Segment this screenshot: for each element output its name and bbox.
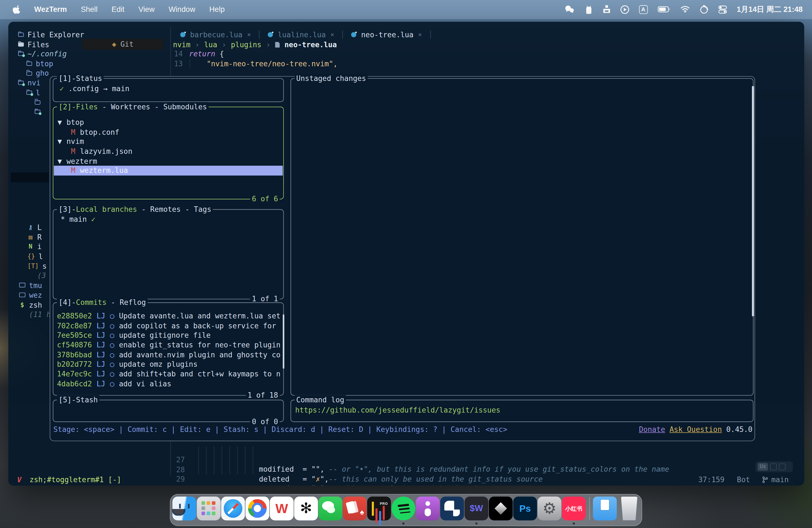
command-log-url[interactable]: https://github.com/jesseduffield/lazygit… <box>295 406 501 415</box>
branch-row[interactable]: * main ✓ <box>60 214 96 224</box>
dock-app-icon[interactable] <box>392 497 416 520</box>
tree-item[interactable]: btop <box>18 59 163 69</box>
tree-item[interactable]: ~/.config <box>18 49 163 59</box>
dock-app-icon[interactable]: PRO <box>367 497 391 520</box>
commit-row[interactable]: 4dab6cd2 LJ ○ add vi alias <box>57 379 282 388</box>
dock-app-icon[interactable]: Ps <box>513 497 537 520</box>
dock-app-icon[interactable] <box>593 497 617 520</box>
time-machine-icon[interactable] <box>699 5 708 14</box>
dock-app-icon[interactable] <box>489 497 512 520</box>
buffer-tab[interactable]: lualine.lua × <box>261 30 342 40</box>
eject-box-icon[interactable] <box>603 5 610 14</box>
dock-app-icon[interactable] <box>221 497 245 520</box>
commits-list: e28850e2 LJ ○ Update avante.lua and wezt… <box>57 311 282 388</box>
file-row[interactable]: ▼ nvim <box>54 137 283 147</box>
commit-node-icon: ○ <box>110 369 114 379</box>
commit-hash: 7ee505ce <box>57 331 92 340</box>
lazygit-status-panel[interactable]: [1]-Status ✓ .config → main <box>53 78 284 102</box>
apple-logo-icon[interactable] <box>12 5 20 14</box>
commit-row[interactable]: 7ee505ce LJ ○ update gitignore file <box>57 331 282 340</box>
lazygit-unstaged-panel[interactable]: Unstaged changes diff --git a/wezterm/we… <box>291 78 753 395</box>
dock-app-icon[interactable] <box>246 497 269 520</box>
folder-icon <box>18 33 24 37</box>
git-branch-icon <box>763 476 768 483</box>
dock-app-icon[interactable]: W <box>270 497 294 520</box>
folder-icon <box>35 110 41 114</box>
commit-author: LJ <box>97 321 105 331</box>
neotree-tab-git[interactable]: ◈ Git <box>82 39 163 50</box>
menu-app-name[interactable]: WezTerm <box>34 5 67 14</box>
diff-scrollbar[interactable] <box>752 86 754 316</box>
dock-app-icon[interactable] <box>416 497 440 520</box>
dock-app-icon[interactable] <box>197 497 221 520</box>
commit-row[interactable]: 702c8e87 LJ ○ add copilot as a back-up s… <box>57 321 282 331</box>
dock-app-icon[interactable]: ⚙ <box>537 497 561 520</box>
close-icon[interactable]: × <box>247 30 251 40</box>
control-center-icon[interactable] <box>718 5 727 14</box>
files-icon <box>18 43 24 47</box>
file-row[interactable]: ▼ wezterm <box>54 156 283 166</box>
buffer-tab[interactable]: neo-tree.lua × <box>344 30 429 40</box>
commit-author: LJ <box>97 369 105 379</box>
commit-message: add vi alias <box>119 379 172 388</box>
commits-scrollbar[interactable] <box>283 314 285 369</box>
menu-item-edit[interactable]: Edit <box>112 5 125 14</box>
file-row[interactable]: M btop.conf <box>54 127 283 137</box>
wechat-icon[interactable] <box>564 5 575 14</box>
files-list: ▼ btop M btop.conf ▼ nvim <box>54 118 283 176</box>
neotree-tab-files[interactable]: Files <box>18 40 49 49</box>
dock-app-icon[interactable]: 小红书 <box>562 497 585 520</box>
indent-guide <box>198 446 199 474</box>
commit-hash: 702c8e87 <box>57 321 92 331</box>
donate-link[interactable]: Donate <box>639 425 665 434</box>
file-row[interactable]: ▼ btop <box>54 118 283 127</box>
commit-row[interactable]: 14e7ec9c LJ ○ add shift+tab and ctrl+w k… <box>57 369 282 379</box>
commit-row[interactable]: cf540876 LJ ○ enable git_status for neo-… <box>57 340 282 350</box>
menu-clock[interactable]: 1月14日 周二 21:48 <box>737 5 802 14</box>
dock-app-icon[interactable]: ♠ <box>343 497 366 520</box>
dock-app-icon[interactable]: $W <box>465 497 488 520</box>
commit-message: update gitignore file <box>119 331 211 340</box>
dock-app-icon[interactable] <box>586 497 593 520</box>
panel-title: [5]-Stash <box>57 395 99 405</box>
input-source-icon[interactable]: A <box>639 5 648 14</box>
play-icon[interactable] <box>620 5 629 14</box>
panel-title: Command log <box>295 395 346 405</box>
wifi-icon[interactable] <box>680 5 690 14</box>
commit-row[interactable]: 378b6bad LJ ○ add avante.nvim plugin and… <box>57 350 282 360</box>
lazygit-files-panel[interactable]: [2]-Files - Worktrees - Submodules ▼ bto… <box>53 107 284 200</box>
neotree-cursorline <box>11 172 48 182</box>
menu-item-shell[interactable]: Shell <box>81 5 98 14</box>
lazygit-branches-panel[interactable]: [3]-Local branches - Remotes - Tags * ma… <box>53 209 284 299</box>
lazygit-commits-panel[interactable]: [4]-Commits - Reflog e28850e2 LJ ○ Updat… <box>53 303 284 396</box>
dock-app-icon[interactable] <box>318 497 342 520</box>
dock-app-icon[interactable] <box>172 497 196 520</box>
file-row[interactable]: M lazyvim.json <box>54 147 283 156</box>
breadcrumb-dir[interactable]: lua <box>204 40 217 50</box>
nvim-statusline: V zsh;#toggleterm#1 [-] 37:159 Bot main <box>8 475 804 485</box>
dock-app-icon[interactable] <box>440 497 464 520</box>
menu-item-view[interactable]: View <box>139 5 155 14</box>
breadcrumb-dir[interactable]: plugins <box>231 40 262 50</box>
commit-author: LJ <box>97 360 105 369</box>
close-icon[interactable]: × <box>330 30 334 40</box>
dock-app-icon[interactable] <box>620 497 639 520</box>
commit-row[interactable]: e28850e2 LJ ○ Update avante.lua and wezt… <box>57 311 282 321</box>
buffer-tab[interactable]: barbecue.lua × <box>173 30 258 40</box>
battery-icon[interactable] <box>657 5 671 14</box>
file-row[interactable]: M wezterm.lua <box>54 166 283 176</box>
lazygit-keybindings-bar: Stage: <space> | Commit: c | Edit: e | S… <box>53 425 752 435</box>
indent-guide <box>222 446 222 474</box>
cat-icon[interactable] <box>584 5 593 14</box>
menu-item-window[interactable]: Window <box>169 5 195 14</box>
ask-question-link[interactable]: Ask Question <box>669 425 722 434</box>
menu-item-help[interactable]: Help <box>209 5 225 14</box>
lazygit-stash-panel[interactable]: [5]-Stash 0 of 0 <box>53 400 284 422</box>
breadcrumb-dir[interactable]: nvim <box>173 40 190 50</box>
folder-icon <box>27 62 32 66</box>
close-icon[interactable]: × <box>418 30 422 40</box>
dock-app-icon[interactable]: ✻ <box>294 497 318 520</box>
tab-separator <box>430 31 431 39</box>
commit-row[interactable]: b202d772 LJ ○ update omz plugins <box>57 360 282 369</box>
breadcrumb-file[interactable]: neo-tree.lua <box>285 40 337 50</box>
